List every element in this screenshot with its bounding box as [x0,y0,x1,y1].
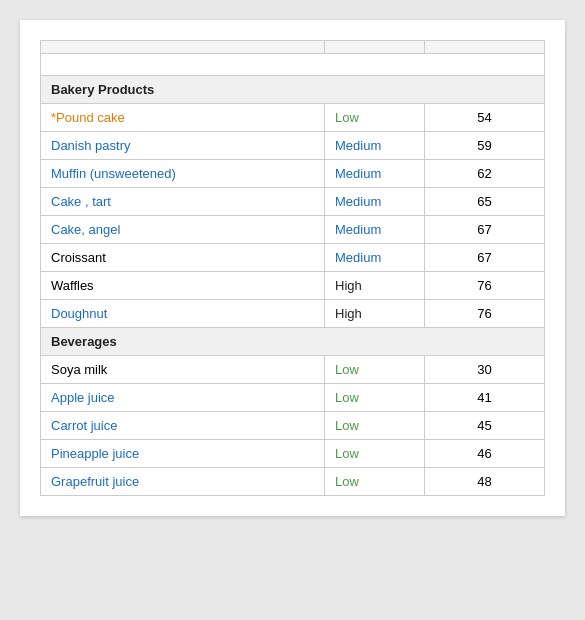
rating-cell: High [325,272,425,300]
table-row: Carrot juiceLow45 [41,412,545,440]
gi-cell: 30 [425,356,545,384]
gi-cell: 46 [425,440,545,468]
food-link[interactable]: Cake, angel [51,222,120,237]
food-link[interactable]: Cake , tart [51,194,111,209]
rating-cell: Medium [325,244,425,272]
gi-cell: 41 [425,384,545,412]
food-name-cell: Cake , tart [41,188,325,216]
gi-cell: 48 [425,468,545,496]
category-label: Beverages [41,328,545,356]
rating-cell: Medium [325,216,425,244]
rating-cell: Medium [325,160,425,188]
table-row: Cake , tartMedium65 [41,188,545,216]
table-row: WafflesHigh76 [41,272,545,300]
table-row: Cake, angelMedium67 [41,216,545,244]
category-row: Bakery Products [41,76,545,104]
food-name-cell: Soya milk [41,356,325,384]
rating-cell: Low [325,104,425,132]
food-name-cell: Danish pastry [41,132,325,160]
food-name-cell: Waffles [41,272,325,300]
food-name-cell: Carrot juice [41,412,325,440]
gi-cell: 45 [425,412,545,440]
food-table: Bakery Products*Pound cakeLow54Danish pa… [40,40,545,496]
col-header-rating [325,41,425,54]
table-row: Muffin (unsweetened)Medium62 [41,160,545,188]
table-row: Pineapple juiceLow46 [41,440,545,468]
gi-cell: 59 [425,132,545,160]
gi-cell: 76 [425,272,545,300]
rating-cell: Low [325,468,425,496]
food-name-cell: Muffin (unsweetened) [41,160,325,188]
food-name-cell: Grapefruit juice [41,468,325,496]
food-link[interactable]: Doughnut [51,306,107,321]
rating-cell: Low [325,412,425,440]
table-row: *Pound cakeLow54 [41,104,545,132]
food-link[interactable]: Pineapple juice [51,446,139,461]
food-name-cell: Apple juice [41,384,325,412]
table-row: CroissantMedium67 [41,244,545,272]
rating-cell: Medium [325,132,425,160]
table-row: Danish pastryMedium59 [41,132,545,160]
rating-cell: Medium [325,188,425,216]
food-link[interactable]: Muffin (unsweetened) [51,166,176,181]
table-row: Apple juiceLow41 [41,384,545,412]
empty-row [41,54,545,76]
col-header-gi [425,41,545,54]
table-row: Grapefruit juiceLow48 [41,468,545,496]
gi-cell: 67 [425,244,545,272]
gi-cell: 65 [425,188,545,216]
category-label: Bakery Products [41,76,545,104]
rating-cell: Low [325,356,425,384]
rating-cell: Low [325,440,425,468]
food-link[interactable]: Apple juice [51,390,115,405]
rating-cell: High [325,300,425,328]
page-container: Bakery Products*Pound cakeLow54Danish pa… [20,20,565,516]
category-row: Beverages [41,328,545,356]
food-name-cell: Cake, angel [41,216,325,244]
gi-cell: 62 [425,160,545,188]
col-header-food [41,41,325,54]
table-row: Soya milkLow30 [41,356,545,384]
table-row: DoughnutHigh76 [41,300,545,328]
food-name-cell: Pineapple juice [41,440,325,468]
food-link[interactable]: Grapefruit juice [51,474,139,489]
food-link[interactable]: Carrot juice [51,418,117,433]
food-name-cell: *Pound cake [41,104,325,132]
food-name-cell: Croissant [41,244,325,272]
gi-cell: 76 [425,300,545,328]
food-name-cell: Doughnut [41,300,325,328]
rating-cell: Low [325,384,425,412]
gi-cell: 67 [425,216,545,244]
food-link[interactable]: *Pound cake [51,110,125,125]
gi-cell: 54 [425,104,545,132]
food-link[interactable]: Danish pastry [51,138,130,153]
